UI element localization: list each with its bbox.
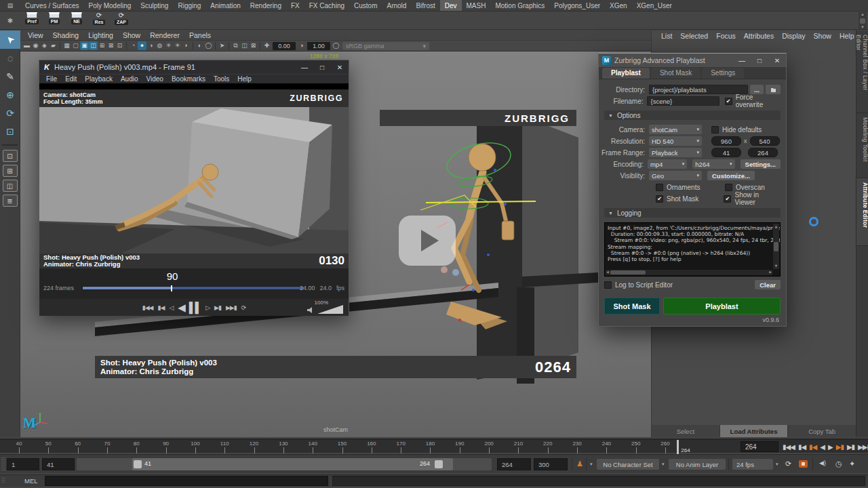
scale-tool-icon[interactable]: ⊡ [0,122,20,140]
shelf-button-pm[interactable]: PM [44,12,64,25]
panel-menu-selected[interactable]: Selected [676,32,712,40]
safe-title-icon[interactable]: ⊡ [115,41,124,50]
animation-end-field[interactable]: 300 [534,458,568,470]
player-menu-audio[interactable]: Audio [117,75,142,83]
field-chart-icon[interactable]: ⊞ [98,41,106,50]
player-menu-playback[interactable]: Playback [81,75,117,83]
range-slider-track[interactable]: 41 264 [77,458,492,470]
animation-start-field[interactable]: 1 [7,458,39,470]
menubar-item-curves-surfaces[interactable]: Curves / Surfaces [20,0,83,11]
panel-menu-focus[interactable]: Focus [712,32,740,40]
range-end-handle[interactable] [435,460,443,468]
go-to-end-button[interactable]: ▶▶▮ [226,304,237,311]
previous-key-button[interactable]: ▮◀ [808,443,818,451]
viewport-menu-lighting[interactable]: Lighting [83,31,118,39]
visibility-dropdown[interactable]: Geo▾ [649,171,702,180]
range-slider-active[interactable] [132,458,453,470]
playhead[interactable] [171,285,172,291]
outliner-layout-icon[interactable]: ≣ [3,195,18,207]
menubar-item-mash[interactable]: MASH [462,0,491,11]
go-to-end-button[interactable]: ▶▶▮ [856,443,868,451]
multisample-icon[interactable]: ◐ [195,41,204,50]
player-menu-edit[interactable]: Edit [61,75,81,83]
move-tool-icon[interactable]: ⊕ [0,85,20,104]
menubar-item-motion-graphics[interactable]: Motion Graphics [490,0,549,11]
overscan-checkbox[interactable] [725,184,732,191]
panel-menu-help[interactable]: Help [835,32,859,40]
step-forward-frame-button[interactable]: ▶▮ [846,443,856,451]
drag-handle[interactable] [1,458,5,470]
chevron-down-icon[interactable]: ▾ [590,462,593,467]
log-to-script-editor-checkbox[interactable] [604,281,612,289]
viewport-menu-shading[interactable]: Shading [48,31,84,39]
menubar-item-polygons-user[interactable]: Polygons_User [549,0,605,11]
chevron-down-icon[interactable]: ▾ [662,462,665,467]
menubar-item-bifrost[interactable]: Bifrost [411,0,439,11]
codec-dropdown[interactable]: h264▾ [692,159,734,169]
loop-button[interactable]: ⟳ [241,304,246,311]
gamma-field[interactable]: 1.00 [307,42,330,50]
resolution-dropdown[interactable]: HD 540▾ [649,136,702,146]
player-timeline-slider[interactable] [82,286,304,290]
shot-mask-button[interactable]: Shot Mask [604,298,660,314]
close-pane-icon[interactable]: ⊠ [249,41,258,50]
log-horizontal-scrollbar[interactable]: ◀▶ [606,270,772,275]
menubar-item-rigging[interactable]: Rigging [173,0,205,11]
player-menu-help[interactable]: Help [233,75,256,83]
maximize-icon[interactable]: □ [313,64,331,71]
sidebar-tab-attribute-editor[interactable]: Attribute Editor [856,178,868,246]
pane-tear-off-icon[interactable]: ◫ [240,41,249,50]
time-slider[interactable]: 4050607080901001101201301401501601701801… [0,439,868,453]
playblast-titlebar[interactable]: M Zurbrigg Advanced Playblast — □ ✕ [599,54,786,67]
video-play-overlay-button[interactable] [399,216,456,266]
panel-menu-list[interactable]: List [657,32,676,40]
clear-log-button[interactable]: Clear [755,280,781,289]
next-bookmark-button[interactable]: ▶▮ [214,304,221,311]
force-overwrite-checkbox[interactable]: ✔ [725,98,732,105]
menubar-item-fx[interactable]: FX [286,0,304,11]
logging-section-header[interactable]: ▼ Logging [604,208,781,218]
shelf-button-zap[interactable]: ⟳ZAP [111,12,132,25]
current-time-marker[interactable] [677,440,679,454]
rotate-tool-icon[interactable]: ⟳ [0,104,20,122]
play-backwards-button[interactable]: ◀ [818,443,826,451]
resolution-gate-icon[interactable]: ▣ [80,41,89,50]
exposure-icon[interactable]: ✚ [262,41,271,50]
menubar-item-rendering[interactable]: Rendering [245,0,286,11]
chevron-down-icon[interactable]: ▾ [776,462,778,467]
scroll-up-icon[interactable]: ▲ [861,12,865,16]
player-menu-file[interactable]: File [42,75,61,83]
pane-layout-icon[interactable]: ⧉ [231,41,240,50]
panel-menu-show[interactable]: Show [810,32,835,40]
playblast-tab-shot-mask[interactable]: Shot Mask [651,68,701,79]
visibility-customize-button[interactable]: Customize... [707,171,755,180]
drag-handle[interactable] [1,478,5,484]
workspace-icon[interactable]: ▤ [0,2,20,9]
playback-loop-icon[interactable]: ⟳ [785,460,791,468]
resolution-width-field[interactable]: 960 [711,136,741,146]
camera-dropdown[interactable]: shotCam▾ [649,125,702,134]
menubar-item-custom[interactable]: Custom [349,0,382,11]
panel-button-load-attributes[interactable]: Load Attributes [720,425,788,437]
camera-attributes-icon[interactable]: ◈ [40,41,49,50]
playback-start-field[interactable]: 41 [42,458,75,470]
speaker-icon[interactable] [307,306,315,314]
step-back-button[interactable]: ◁ [169,304,173,311]
grid-icon[interactable]: ▦ [62,41,71,50]
bookmarks-icon[interactable]: ▰ [49,41,58,50]
menubar-item-fx-caching[interactable]: FX Caching [304,0,349,11]
menubar-item-dev[interactable]: Dev [440,0,462,11]
play-backward-button[interactable]: ◀ [178,302,184,314]
sidebar-tab-modeling-toolkit[interactable]: Modeling Toolkit [856,113,868,178]
single-pane-layout-icon[interactable]: ⊡ [3,150,18,162]
safe-action-icon[interactable]: ⊠ [106,41,115,50]
log-vertical-scrollbar[interactable]: ▲▼ [773,224,779,269]
playblast-tab-settings[interactable]: Settings [702,68,744,79]
previous-bookmark-button[interactable]: ▮◀ [158,304,165,311]
menubar-item-xgen-user[interactable]: XGen_User [632,0,677,11]
two-pane-layout-icon[interactable]: ◫ [3,180,18,192]
auto-key-icon[interactable] [799,460,808,468]
playblast-tab-playblast[interactable]: Playblast [602,68,650,79]
minimize-icon[interactable]: — [733,57,751,64]
next-key-button[interactable]: ▶▮ [835,443,845,451]
